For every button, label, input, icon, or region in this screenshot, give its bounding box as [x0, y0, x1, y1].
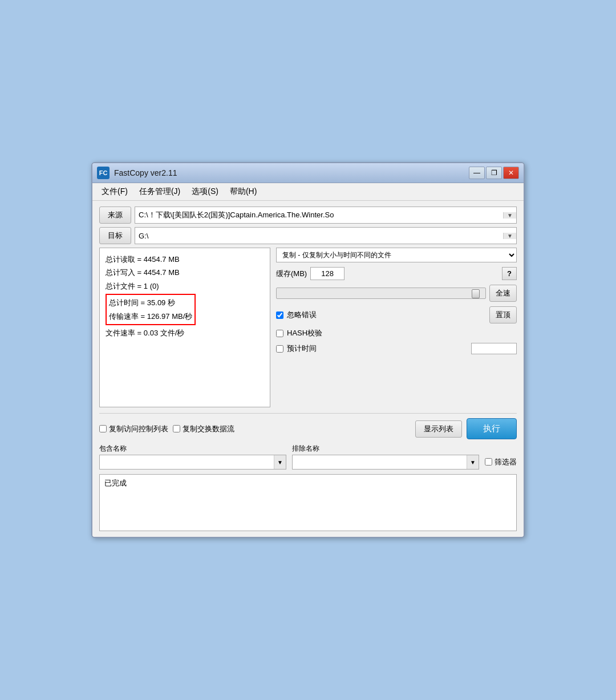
title-bar-left: FC FastCopy ver2.11: [97, 167, 177, 179]
title-bar: FC FastCopy ver2.11 — ❐ ✕: [92, 163, 524, 183]
cache-value-input[interactable]: [310, 267, 345, 280]
maximize-button[interactable]: ❐: [486, 167, 502, 179]
ignore-errors-checkbox[interactable]: [276, 311, 283, 319]
menu-bar: 文件(F) 任务管理(J) 选项(S) 帮助(H): [92, 183, 524, 201]
stat-total-write: 总计写入 = 4454.7 MB: [106, 266, 264, 279]
filter-checkbox[interactable]: [485, 458, 492, 466]
include-filter-group: 包含名称 ▼: [99, 444, 286, 470]
stat-file-rate: 文件速率 = 0.03 文件/秒: [106, 326, 264, 339]
estimate-time-checkbox[interactable]: [276, 345, 283, 353]
exclude-filter-group: 排除名称 ▼: [292, 444, 479, 470]
estimate-time-label[interactable]: 预计时间: [287, 343, 317, 354]
menu-help[interactable]: 帮助(H): [225, 185, 261, 199]
bottom-buttons-row: 复制访问控制列表 复制交换数据流 显示列表 执行: [99, 413, 517, 439]
target-row: 目标 ▼: [99, 227, 517, 244]
exclude-filter-select[interactable]: ▼: [292, 455, 479, 470]
fullspeed-button[interactable]: 全速: [489, 285, 517, 302]
slider-thumb: [472, 289, 480, 298]
copy-streams-checkbox[interactable]: [173, 425, 180, 432]
copy-acl-checkbox[interactable]: [99, 425, 107, 432]
hash-label[interactable]: HASH校验: [287, 328, 322, 338]
target-dropdown-arrow[interactable]: ▼: [503, 233, 516, 239]
mode-select[interactable]: 复制 - 仅复制大小与时间不同的文件复制 - 复制所有文件移动删除: [277, 248, 516, 262]
target-path-input[interactable]: [135, 228, 503, 244]
ignore-errors-row: 忽略错误 置顶: [276, 306, 517, 323]
stat-highlighted-block: 总计时间 = 35.09 秒 传输速率 = 126.97 MB/秒: [106, 294, 196, 325]
totop-button[interactable]: 置顶: [489, 306, 517, 323]
target-path-dropdown[interactable]: ▼: [135, 227, 517, 244]
hash-checkbox[interactable]: [276, 330, 283, 337]
source-row: 来源 ▼: [99, 207, 517, 224]
execute-button[interactable]: 执行: [467, 418, 517, 439]
mode-dropdown[interactable]: 复制 - 仅复制大小与时间不同的文件复制 - 复制所有文件移动删除: [276, 248, 517, 262]
main-area: 总计读取 = 4454.7 MB 总计写入 = 4454.7 MB 总计文件 =…: [99, 248, 517, 407]
help-button[interactable]: ?: [502, 267, 517, 280]
stat-transfer-rate: 传输速率 = 126.97 MB/秒: [109, 310, 192, 323]
slider-row: 全速: [276, 285, 517, 302]
content-area: 来源 ▼ 目标 ▼ 总计读取 = 4454.7 MB 总计写入 = 4454.7…: [92, 201, 524, 537]
copy-acl-text: 复制访问控制列表: [109, 424, 168, 434]
copy-streams-label[interactable]: 复制交换数据流: [173, 424, 234, 434]
include-dropdown-arrow[interactable]: ▼: [274, 455, 286, 469]
cache-row: 缓存(MB) ?: [276, 267, 517, 280]
app-icon: FC: [97, 167, 110, 179]
copy-acl-label[interactable]: 复制访问控制列表: [99, 424, 168, 434]
source-path-input[interactable]: [135, 207, 503, 223]
filter-row: 包含名称 ▼ 排除名称 ▼ 筛选器: [99, 444, 517, 470]
exclude-dropdown-arrow[interactable]: ▼: [467, 455, 479, 469]
estimate-time-input[interactable]: [471, 343, 517, 354]
include-filter-select[interactable]: ▼: [99, 455, 286, 470]
stats-panel: 总计读取 = 4454.7 MB 总计写入 = 4454.7 MB 总计文件 =…: [99, 248, 270, 407]
estimate-time-row: 预计时间: [276, 343, 517, 354]
source-button[interactable]: 来源: [99, 207, 131, 224]
title-buttons: — ❐ ✕: [469, 167, 519, 179]
exclude-filter-label: 排除名称: [292, 444, 479, 454]
stat-total-files: 总计文件 = 1 (0): [106, 280, 264, 293]
menu-file[interactable]: 文件(F): [97, 185, 132, 199]
filter-checkbox-group: 筛选器: [485, 444, 517, 470]
target-button[interactable]: 目标: [99, 227, 131, 244]
window-title: FastCopy ver2.11: [114, 168, 177, 177]
filter-label[interactable]: 筛选器: [495, 457, 517, 467]
source-dropdown-arrow[interactable]: ▼: [503, 212, 516, 219]
close-button[interactable]: ✕: [503, 167, 519, 179]
menu-options[interactable]: 选项(S): [187, 185, 223, 199]
speed-slider[interactable]: [276, 288, 486, 299]
log-content: 已完成: [104, 479, 127, 487]
ignore-errors-label[interactable]: 忽略错误: [287, 310, 317, 320]
right-panel: 复制 - 仅复制大小与时间不同的文件复制 - 复制所有文件移动删除 缓存(MB)…: [276, 248, 517, 407]
source-path-dropdown[interactable]: ▼: [135, 207, 517, 224]
copy-streams-text: 复制交换数据流: [183, 424, 234, 434]
include-filter-label: 包含名称: [99, 444, 286, 454]
menu-task[interactable]: 任务管理(J): [135, 185, 185, 199]
cache-label: 缓存(MB): [276, 269, 307, 279]
stat-total-time: 总计时间 = 35.09 秒: [109, 296, 192, 309]
main-window: FC FastCopy ver2.11 — ❐ ✕ 文件(F) 任务管理(J) …: [91, 162, 525, 538]
log-area: 已完成: [99, 474, 517, 531]
stat-total-read: 总计读取 = 4454.7 MB: [106, 253, 264, 266]
minimize-button[interactable]: —: [469, 167, 485, 179]
hash-row: HASH校验: [276, 328, 517, 338]
show-list-button[interactable]: 显示列表: [415, 420, 462, 438]
